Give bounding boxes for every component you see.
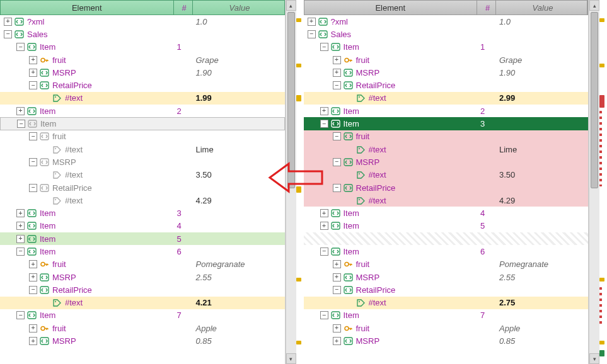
tree-row[interactable]: −RetailPrice	[304, 181, 589, 194]
tree-row[interactable]: +MSRP1.90	[0, 66, 285, 79]
diff-marker[interactable]	[599, 111, 602, 186]
expand-toggle[interactable]: +	[333, 69, 341, 77]
collapse-toggle[interactable]: −	[4, 30, 12, 38]
scrollbar-thumb[interactable]	[591, 12, 598, 188]
expand-toggle[interactable]: +	[308, 18, 316, 26]
tree-row[interactable]: −Item	[0, 117, 285, 130]
collapse-toggle[interactable]: −	[16, 311, 25, 319]
scroll-down-icon[interactable]: ▾	[286, 353, 296, 364]
tree-row[interactable]: +Item2	[0, 105, 285, 117]
expand-toggle[interactable]: +	[16, 222, 25, 230]
tree-row[interactable]: +Item2	[304, 105, 589, 117]
diff-marker[interactable]	[599, 350, 604, 356]
tree-row[interactable]: #text3.50	[304, 169, 589, 181]
collapse-toggle[interactable]: −	[320, 247, 328, 256]
collapse-toggle[interactable]: −	[333, 81, 341, 89]
collapse-toggle[interactable]: −	[29, 286, 37, 294]
tree-row[interactable]: −Item3	[304, 117, 589, 130]
tree-row[interactable]: −RetailPrice	[0, 283, 285, 296]
tree-row[interactable]: +Item4	[304, 207, 589, 219]
collapse-toggle[interactable]: −	[333, 184, 341, 192]
expand-toggle[interactable]: +	[320, 107, 328, 115]
collapse-toggle[interactable]: −	[320, 43, 328, 51]
diff-marker[interactable]	[296, 95, 301, 101]
diff-marker[interactable]	[296, 186, 301, 193]
collapse-toggle[interactable]: −	[29, 132, 37, 140]
collapse-toggle[interactable]: −	[16, 247, 25, 256]
tree-row[interactable]: +MSRP0.85	[304, 334, 589, 347]
tree-row[interactable]: +Item5	[0, 232, 285, 245]
collapse-toggle[interactable]: −	[333, 286, 341, 294]
collapse-toggle[interactable]: −	[333, 158, 341, 166]
collapse-toggle[interactable]: −	[17, 120, 25, 128]
diff-marker[interactable]	[599, 64, 604, 67]
col-num[interactable]: #	[174, 1, 193, 14]
expand-toggle[interactable]: +	[29, 260, 37, 268]
tree-row[interactable]: −Item7	[304, 309, 589, 322]
expand-toggle[interactable]: +	[29, 69, 37, 77]
diff-marker[interactable]	[599, 278, 604, 282]
collapse-toggle[interactable]: −	[16, 43, 25, 51]
tree-row[interactable]: −RetailPrice	[304, 283, 589, 296]
tree-row[interactable]: +?xml1.0	[0, 15, 285, 28]
tree-row[interactable]: −fruit	[0, 130, 285, 143]
tree-row[interactable]: +fruitPomegranate	[304, 258, 589, 271]
diff-marker[interactable]	[599, 18, 604, 22]
col-num[interactable]: #	[477, 1, 496, 14]
collapse-toggle[interactable]: −	[333, 132, 341, 140]
expand-toggle[interactable]: +	[333, 56, 341, 64]
tree-row[interactable]: +MSRP2.55	[0, 271, 285, 283]
col-value[interactable]: Value	[193, 1, 284, 14]
tree-row[interactable]: +fruitApple	[0, 322, 285, 334]
expand-toggle[interactable]: +	[333, 260, 341, 268]
tree-row[interactable]: +fruitApple	[304, 322, 589, 334]
right-scrollbar[interactable]: ▴ ▾	[589, 0, 599, 364]
expand-toggle[interactable]: +	[16, 209, 25, 217]
tree-row[interactable]: +Item3	[0, 207, 285, 219]
col-value[interactable]: Value	[496, 1, 587, 14]
expand-toggle[interactable]: +	[320, 222, 328, 230]
tree-row[interactable]: #text2.99	[304, 92, 589, 105]
collapse-toggle[interactable]: −	[29, 81, 37, 89]
diff-marker[interactable]	[296, 64, 301, 67]
tree-row[interactable]: −MSRP	[304, 156, 589, 168]
diff-marker[interactable]	[296, 278, 301, 282]
scroll-up-icon[interactable]: ▴	[286, 0, 296, 11]
expand-toggle[interactable]: +	[29, 273, 37, 282]
tree-row[interactable]: +MSRP1.90	[304, 66, 589, 79]
tree-row[interactable]: −fruit	[304, 130, 589, 143]
tree-row[interactable]: #textLime	[0, 143, 285, 156]
tree-row[interactable]: −Item1	[0, 41, 285, 54]
scroll-down-icon[interactable]: ▾	[589, 353, 599, 364]
expand-toggle[interactable]: +	[16, 107, 25, 115]
tree-row[interactable]: −RetailPrice	[0, 181, 285, 194]
col-element[interactable]: Element	[304, 1, 478, 14]
tree-row[interactable]: #text1.99	[0, 92, 285, 105]
expand-toggle[interactable]: +	[4, 18, 12, 26]
diff-marker[interactable]	[599, 341, 604, 344]
tree-row[interactable]: +Item4	[0, 220, 285, 232]
tree-row[interactable]: +?xml1.0	[304, 15, 589, 28]
collapse-toggle[interactable]: −	[320, 311, 328, 319]
tree-row[interactable]: −Item6	[0, 245, 285, 258]
tree-row[interactable]: #text4.29	[0, 194, 285, 207]
scroll-up-icon[interactable]: ▴	[589, 0, 599, 11]
tree-row[interactable]: +fruitPomegranate	[0, 258, 285, 271]
expand-toggle[interactable]: +	[16, 235, 25, 243]
collapse-toggle[interactable]: −	[29, 184, 37, 192]
expand-toggle[interactable]: +	[333, 273, 341, 282]
diff-marker[interactable]	[599, 95, 604, 108]
expand-toggle[interactable]: +	[333, 337, 341, 345]
tree-row[interactable]: −Item7	[0, 309, 285, 322]
tree-row[interactable]: +MSRP0.85	[0, 334, 285, 347]
tree-row[interactable]: −Sales	[0, 28, 285, 40]
tree-row[interactable]: −RetailPrice	[0, 79, 285, 91]
diff-marker[interactable]	[296, 18, 301, 22]
tree-row[interactable]: #textLime	[304, 143, 589, 156]
expand-toggle[interactable]: +	[29, 56, 37, 64]
expand-toggle[interactable]: +	[29, 324, 37, 333]
tree-row[interactable]: +fruitGrape	[304, 54, 589, 66]
tree-row[interactable]: #text4.21	[0, 297, 285, 309]
expand-toggle[interactable]: +	[29, 337, 37, 345]
expand-toggle[interactable]: +	[333, 324, 341, 333]
